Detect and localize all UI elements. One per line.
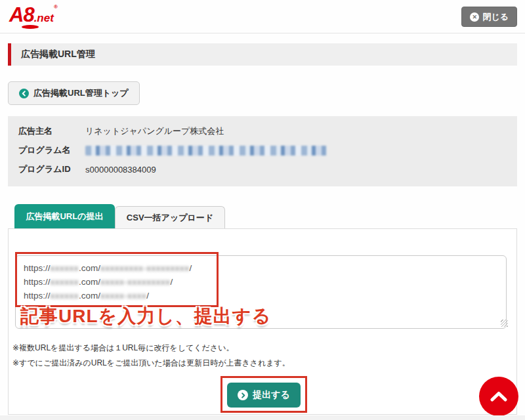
tab-bar: 広告掲載URLの提出 CSV一括アップロード	[14, 204, 225, 228]
url-line: https://xxxxxx.com/xxxxx-xxxx/	[24, 289, 498, 303]
url-path-redacted: xxxxxxxxx-xxxxxxxxx	[100, 263, 190, 273]
chevron-right-icon	[238, 390, 248, 400]
chevron-up-icon	[490, 390, 508, 402]
url-mid: .com/	[79, 277, 100, 287]
url-mid: .com/	[79, 291, 100, 301]
note-resubmission: ※すでにご提出済みのURLをご提出頂いた場合は更新日時が上書きされます。	[12, 358, 290, 369]
chevron-left-icon	[19, 89, 29, 98]
back-to-url-management-top-button[interactable]: 広告掲載URL管理トップ	[8, 81, 140, 105]
url-line: https://xxxxxx.com/xxxxx-xxxxxxxxx/	[24, 275, 498, 289]
url-prefix: https://	[24, 277, 51, 287]
url-path-redacted: xxxxx-xxxxxxxxx	[100, 277, 171, 287]
page: A8.net® ✕ 閉じる 広告掲載URL管理 広告掲載URL管理トップ 広告主…	[0, 0, 525, 420]
close-icon: ✕	[470, 12, 479, 22]
bottom-strip	[0, 415, 525, 420]
url-prefix: https://	[24, 263, 51, 273]
logo-registered-mark: ®	[54, 4, 58, 10]
logo-suffix: .net	[34, 12, 54, 24]
tab-csv-upload[interactable]: CSV一括アップロード	[115, 206, 225, 228]
program-info-panel: 広告主名 リネットジャパングループ株式会社 プログラム名 プログラムID s00…	[8, 116, 517, 186]
url-slash: /	[171, 277, 173, 287]
url-slash: /	[190, 263, 192, 273]
tab-url-submission-label: 広告掲載URLの提出	[26, 211, 103, 222]
submit-button-label: 提出する	[253, 389, 290, 401]
tab-url-submission[interactable]: 広告掲載URLの提出	[14, 204, 115, 228]
close-button-label: 閉じる	[482, 11, 509, 23]
a8net-logo[interactable]: A8.net®	[9, 5, 58, 25]
url-domain-redacted: xxxxxx	[51, 263, 79, 273]
url-mid: .com/	[79, 263, 100, 273]
url-line: https://xxxxxx.com/xxxxxxxxx-xxxxxxxxx/	[24, 261, 498, 275]
logo-swoosh	[22, 25, 39, 29]
logo-main: A8	[9, 3, 34, 26]
url-domain-redacted: xxxxxx	[51, 291, 79, 301]
program-id-label: プログラムID	[18, 163, 85, 175]
program-id-row: プログラムID s00000008384009	[18, 163, 507, 175]
submit-button[interactable]: 提出する	[227, 383, 301, 408]
url-submission-panel: https://xxxxxx.com/xxxxxxxxx-xxxxxxxxx/ …	[8, 228, 517, 415]
advertiser-name-label: 広告主名	[18, 125, 85, 137]
note-multiple-urls: ※複数URLを提出する場合は１URL毎に改行をしてください。	[12, 343, 234, 354]
url-prefix: https://	[24, 291, 51, 301]
program-id-value: s00000008384009	[85, 165, 156, 175]
program-name-redacted-value	[85, 146, 327, 156]
program-name-label: プログラム名	[18, 144, 85, 156]
url-domain-redacted: xxxxxx	[51, 277, 79, 287]
program-name-row: プログラム名	[18, 144, 507, 156]
url-slash: /	[146, 291, 149, 301]
close-button[interactable]: ✕ 閉じる	[461, 7, 517, 27]
page-title-text: 広告掲載URL管理	[21, 49, 95, 60]
advertiser-name-row: 広告主名 リネットジャパングループ株式会社	[18, 125, 507, 137]
annotation-text: 記事URLを入力し、提出する	[20, 304, 271, 329]
back-button-label: 広告掲載URL管理トップ	[33, 87, 129, 99]
page-title: 広告掲載URL管理	[8, 43, 517, 66]
url-path-redacted: xxxxx-xxxx	[100, 291, 146, 301]
top-divider	[0, 33, 525, 33]
textarea-resize-grip[interactable]	[501, 320, 508, 327]
scroll-to-top-button[interactable]	[479, 377, 518, 416]
advertiser-name-value: リネットジャパングループ株式会社	[85, 125, 224, 137]
tab-csv-upload-label: CSV一括アップロード	[127, 212, 213, 224]
